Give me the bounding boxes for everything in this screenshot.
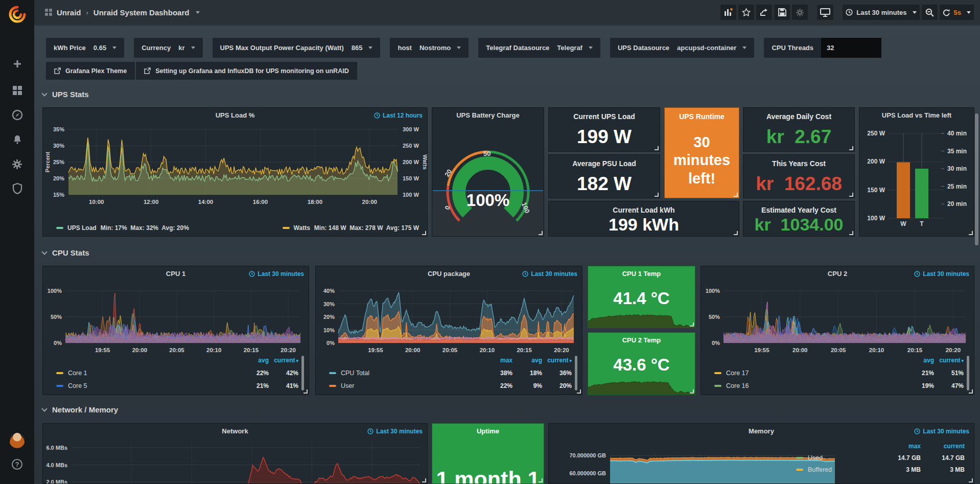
legend-scrollbar[interactable] (575, 356, 577, 390)
stat-title[interactable]: UPS Runtime (665, 112, 739, 121)
user-avatar[interactable] (0, 431, 34, 449)
legend-col-max[interactable]: max (483, 357, 512, 364)
settings-gear-icon[interactable] (792, 5, 808, 20)
panel-title[interactable]: Memory (549, 427, 974, 435)
panel-network: Network Last 30 minutes 6.0 MBs4.0 MBs2.… (42, 423, 428, 484)
variable-host-value[interactable]: Nostromo (419, 44, 461, 52)
panel-title[interactable]: Uptime (432, 427, 544, 435)
alerting-bell-icon[interactable] (0, 133, 34, 146)
variable-kwh-price-value[interactable]: 0.65 (94, 44, 116, 52)
svg-text:20:15: 20:15 (517, 347, 532, 353)
link-grafana-plex-theme[interactable]: Grafana Plex Theme (46, 62, 135, 80)
save-button[interactable] (774, 5, 790, 20)
svg-text:19:55: 19:55 (368, 347, 383, 353)
stat-title[interactable]: Estimated Yearly Cost (743, 206, 854, 214)
legend-col-avg[interactable]: avg (904, 357, 934, 364)
legend-scrollbar[interactable] (967, 356, 969, 390)
svg-text:70.000000 GB: 70.000000 GB (569, 452, 606, 458)
legend-col-avg[interactable]: avg (512, 357, 542, 364)
panel-timerange[interactable]: Last 30 minutes (249, 270, 304, 278)
link-ups-monitoring-guide[interactable]: Setting up Grafana and InfluxDB for UPS … (136, 62, 357, 80)
panel-timerange[interactable]: Last 30 minutes (522, 270, 577, 278)
caret-down-icon (191, 47, 195, 49)
panel-cpu2-temp: CPU 2 Temp 43.6 °C (588, 332, 695, 395)
cpu1-temp-value: 41.4 °C (588, 289, 695, 308)
help-icon[interactable]: ? (0, 458, 34, 470)
panel-title[interactable]: CPU 1 Temp (588, 270, 695, 278)
chevron-down-icon (41, 249, 47, 255)
stat-title[interactable]: Average Daily Cost (743, 112, 854, 121)
refresh-button[interactable]: 5s (940, 5, 974, 20)
page-title[interactable]: Unraid System Dashboard (94, 8, 190, 17)
stat-title[interactable]: Current Load kWh (549, 206, 739, 214)
svg-text:35 min: 35 min (947, 148, 967, 155)
legend-col-avg[interactable]: avg (239, 357, 269, 364)
stat-title[interactable]: Current UPS Load (549, 112, 660, 121)
svg-text:20:10: 20:10 (480, 347, 495, 353)
svg-text:20:20: 20:20 (281, 347, 295, 353)
panel-timerange[interactable]: Last 12 hours (374, 112, 423, 119)
create-icon[interactable] (0, 57, 34, 71)
legend-col-current[interactable]: current (269, 357, 298, 364)
explore-icon[interactable] (0, 108, 34, 122)
section-ups-stats[interactable]: UPS Stats (42, 90, 89, 99)
variable-currency-value[interactable]: kr (178, 44, 195, 52)
legend-ups-load[interactable]: UPS LoadMin: 17% Max: 32% Avg: 20% (56, 224, 189, 232)
panel-title[interactable]: UPS Load vs Time left (859, 111, 974, 119)
breadcrumb-separator: › (86, 9, 88, 16)
dashboard-grid-icon[interactable] (45, 9, 52, 16)
page-scrollbar[interactable] (975, 113, 978, 245)
server-admin-shield-icon[interactable] (0, 182, 34, 195)
legend-col-current[interactable]: current (921, 443, 965, 450)
refresh-caret-icon (967, 11, 971, 14)
panel-timerange[interactable]: Last 30 minutes (367, 428, 423, 435)
legend-col-current[interactable]: current (934, 357, 964, 364)
dashboards-icon[interactable] (0, 84, 34, 97)
variable-ups-max-output-value[interactable]: 865 (352, 44, 373, 52)
svg-text:30 min: 30 min (947, 165, 967, 172)
svg-text:50%: 50% (51, 314, 62, 320)
star-button[interactable] (738, 5, 754, 20)
cpu-threads-input[interactable] (821, 38, 881, 58)
panel-average-daily-cost: Average Daily Cost kr 2.67 (743, 107, 855, 152)
caret-down-icon (112, 47, 116, 49)
panel-title[interactable]: UPS Battery Charge (432, 111, 544, 119)
time-range-picker[interactable]: Last 30 minutes (843, 5, 919, 20)
stat-title[interactable]: This Years Cost (743, 159, 854, 168)
section-network-memory[interactable]: Network / Memory (42, 405, 118, 414)
legend-scrollbar[interactable] (301, 356, 304, 390)
add-panel-button[interactable] (720, 5, 736, 20)
template-variables: kWh Price 0.65 Currency kr UPS Max Outpu… (46, 38, 881, 58)
share-button[interactable] (756, 5, 772, 20)
breadcrumb-folder[interactable]: Unraid (57, 8, 81, 17)
svg-text:20:05: 20:05 (442, 347, 458, 353)
memory-legend: maxcurrent Used14.7 GB14.7 GB Buffered3 … (796, 440, 965, 475)
svg-text:20:05: 20:05 (831, 347, 846, 353)
panel-timerange[interactable]: Last 30 minutes (914, 270, 969, 278)
svg-text:10%: 10% (323, 327, 335, 333)
section-cpu-stats[interactable]: CPU Stats (42, 248, 89, 257)
configuration-gear-icon[interactable] (0, 157, 34, 171)
clock-icon (914, 428, 920, 434)
cycle-view-monitor-icon[interactable] (817, 5, 833, 20)
legend-col-max[interactable]: max (877, 443, 921, 450)
legend-col-current[interactable]: current (542, 357, 572, 364)
variable-ups-datasource-value[interactable]: apcupsd-container (677, 44, 746, 52)
time-caret-icon (913, 11, 917, 14)
svg-text:20:20: 20:20 (946, 347, 961, 353)
panel-timerange[interactable]: Last 30 minutes (914, 428, 969, 435)
dashboard-links: Grafana Plex Theme Setting up Grafana an… (46, 62, 357, 80)
title-caret-icon[interactable] (196, 11, 200, 14)
variable-ups-max-output: UPS Max Output Power Capacity (Watt) 865 (213, 38, 381, 58)
panel-title[interactable]: UPS Load % (43, 111, 427, 119)
grafana-logo-icon[interactable] (0, 4, 34, 25)
ups-runtime-value: 30 minutes left! (665, 133, 739, 188)
external-link-icon (54, 67, 61, 74)
toolbar: Last 30 minutes 5s (720, 5, 974, 20)
legend-watts[interactable]: WattsMin: 148 W Max: 278 W Avg: 175 W (283, 224, 419, 232)
variable-telegraf-datasource-value[interactable]: Telegraf (557, 44, 593, 52)
panel-title[interactable]: CPU 2 Temp (588, 336, 695, 344)
zoom-out-button[interactable] (922, 5, 938, 20)
stat-title[interactable]: Average PSU Load (549, 159, 660, 168)
svg-text:10:00: 10:00 (89, 199, 104, 205)
